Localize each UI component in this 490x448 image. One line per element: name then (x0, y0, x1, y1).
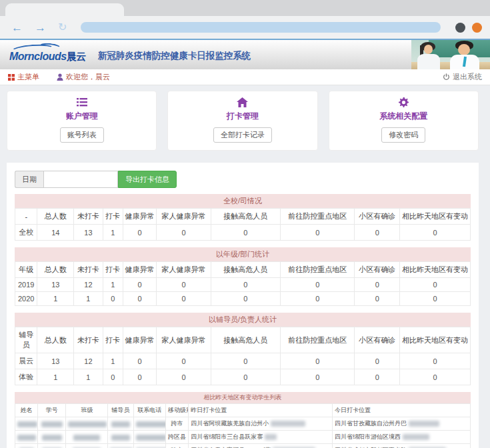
date-input[interactable] (43, 171, 118, 188)
redacted-text (42, 435, 62, 441)
window-control-dark[interactable] (455, 23, 465, 33)
column-header: 健康异常 (123, 209, 157, 225)
column-header: 联系电话 (133, 404, 165, 417)
table-cell: 0 (123, 225, 157, 241)
browser-tab[interactable] (5, 3, 124, 16)
forward-button[interactable]: → (31, 22, 49, 33)
logout-button[interactable]: 退出系统 (443, 72, 482, 82)
table-cell: 0 (123, 369, 157, 385)
table-cell: 0 (400, 369, 471, 385)
logo-text-cn: 晨云 (67, 51, 86, 62)
table-cell: 0 (211, 353, 280, 369)
column-header: 相比昨天地区有变动 (400, 327, 471, 353)
redacted-cell (15, 444, 38, 448)
table-cell: 0 (211, 278, 280, 292)
column-header: 总人数 (37, 209, 74, 225)
all-checkin-records-button[interactable]: 全部打卡记录 (213, 127, 272, 143)
card-checkin-management: 打卡管理 全部打卡记录 (167, 91, 317, 151)
header-row: 年级总人数未打卡打卡健康异常家人健康异常接触高危人员前往防控重点地区小区有确诊相… (15, 262, 471, 278)
column-header: 接触高危人员 (211, 327, 280, 353)
table-cell: 0 (400, 278, 471, 292)
export-bar: 日期 导出打卡信息 (15, 171, 471, 188)
main-menu-item[interactable]: 主菜单 (8, 72, 39, 82)
redacted-cell (108, 431, 133, 444)
table-cell: 0 (355, 225, 400, 241)
table-cell: 0 (400, 225, 471, 241)
table-cell: 0 (281, 369, 355, 385)
column-header: 辅导员 (15, 327, 37, 353)
column-header: 家人健康异常 (157, 209, 211, 225)
location-text: 四川省绵阳市游仙区境西 (335, 433, 401, 440)
redacted-cell (66, 431, 108, 444)
column-header: 前往防控重点地区 (281, 262, 355, 278)
column-header: 健康异常 (123, 327, 157, 353)
action-cards: 账户管理 账号列表 打卡管理 全部打卡记录 系统相关配置 修改密码 (7, 91, 479, 151)
back-button[interactable]: ← (8, 22, 26, 33)
table-row: 晨云13121000000 (15, 353, 471, 369)
redacted-cell (38, 417, 66, 431)
column-header: 年级 (15, 262, 37, 278)
redacted-cell (133, 431, 165, 444)
table-row: 全校14131000000 (15, 225, 471, 241)
card-account-management: 账户管理 账号列表 (7, 91, 157, 151)
redacted-text (17, 435, 36, 441)
mobility-level-cell: 跨市 (166, 417, 189, 431)
table-cell: 0 (355, 369, 400, 385)
mobility-level-cell: 跨市 (166, 444, 189, 448)
column-header: 未打卡 (74, 209, 103, 225)
export-checkin-button[interactable]: 导出打卡信息 (118, 171, 177, 188)
content-panel: 日期 导出打卡信息 全校/司情况-总人数未打卡打卡健康异常家人健康异常接触高危人… (7, 163, 479, 448)
table-cell: 0 (123, 292, 157, 306)
column-header: 姓名 (15, 404, 38, 417)
yesterday-location-cell: 四川省阿坝藏族羌族自治州小 (189, 417, 333, 431)
redacted-cell (38, 431, 66, 444)
window-control-orange[interactable] (472, 23, 482, 33)
column-header: 小区有确诊 (355, 262, 400, 278)
table-cell: 全校 (15, 225, 37, 241)
address-bar[interactable] (81, 22, 441, 33)
account-list-button[interactable]: 账号列表 (60, 127, 104, 143)
today-location-cell: 四川省甘孜藏族自治州丹巴 (333, 417, 471, 431)
column-header: 学号 (38, 404, 66, 417)
redacted-text (265, 434, 277, 440)
table-cell: 0 (123, 278, 157, 292)
redacted-cell (133, 417, 165, 431)
column-header: 健康异常 (123, 262, 157, 278)
location-text: 四川省绵阳市三台县跃家寨 (191, 433, 263, 440)
table-row: 跨市四川省自贡市富顺县G4215(蓉四川省成都市郫都区正义路 (15, 444, 471, 448)
table-cell: 0 (281, 292, 355, 306)
column-header: 打卡 (103, 262, 123, 278)
table-cell: 12 (74, 353, 103, 369)
column-header: 移动级别 (166, 404, 189, 417)
table-cell: 0 (355, 278, 400, 292)
table-cell: 0 (211, 292, 280, 306)
location-text: 四川省甘孜藏族自治州丹巴 (335, 420, 407, 427)
column-header: 班级 (66, 404, 108, 417)
table-row: 跨市四川省阿坝藏族羌族自治州小四川省甘孜藏族自治州丹巴 (15, 417, 471, 431)
refresh-icon[interactable]: ↻ (55, 22, 70, 33)
table-row: 体验110000000 (15, 369, 471, 385)
column-header: 前往防控重点地区 (281, 209, 355, 225)
table-cell: 2019 (15, 278, 37, 292)
table-cell: 0 (400, 353, 471, 369)
redacted-text (136, 435, 166, 441)
logo: Mornclouds晨云 (9, 47, 86, 63)
stats-table-grid: 年级总人数未打卡打卡健康异常家人健康异常接触高危人员前往防控重点地区小区有确诊相… (15, 261, 471, 306)
redacted-cell (15, 431, 38, 444)
browser-tab-strip (0, 0, 490, 16)
change-password-button[interactable]: 修改密码 (381, 127, 425, 143)
table-cell: 1 (74, 292, 103, 306)
table-cell: 0 (400, 292, 471, 306)
table-cell: 2020 (15, 292, 37, 306)
table-cell: 1 (37, 292, 74, 306)
table-row: 201913121000000 (15, 278, 471, 292)
counselor-stats-table: 以辅导员/负责人统计辅导员总人数未打卡打卡健康异常家人健康异常接触高危人员前往防… (15, 313, 471, 385)
redacted-cell (38, 444, 66, 448)
card-title: 打卡管理 (168, 111, 317, 122)
column-header: 总人数 (37, 262, 74, 278)
yesterday-location-cell: 四川省绵阳市三台县跃家寨 (189, 431, 333, 444)
table-cell: 1 (74, 369, 103, 385)
table-cell: 1 (37, 369, 74, 385)
yesterday-location-cell: 四川省自贡市富顺县G4215(蓉 (189, 444, 333, 448)
redacted-text (41, 421, 63, 427)
